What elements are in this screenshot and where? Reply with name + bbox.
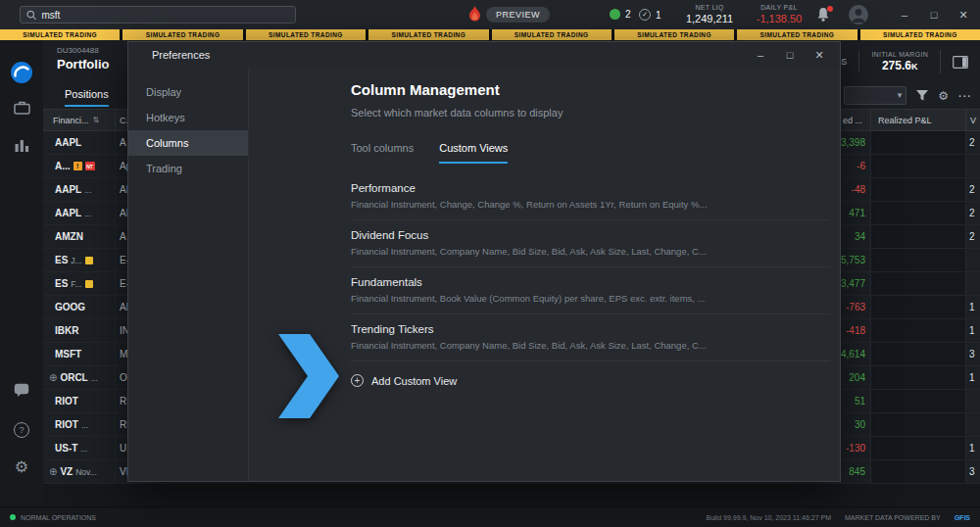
preview-button[interactable]: PREVIEW xyxy=(486,7,550,23)
user-avatar[interactable] xyxy=(849,5,868,24)
initial-margin-label: INITIAL MARGIN xyxy=(871,51,928,58)
notification-count-check[interactable]: ✓ 1 xyxy=(639,9,662,21)
market-data-powered-label: MARKET DATA POWERED BY xyxy=(845,514,941,521)
tab-positions[interactable]: Positions xyxy=(65,88,109,107)
custom-views-list: Performance Financial Instrument, Change… xyxy=(351,173,830,361)
simulated-trading-label: SIMULATED TRADING xyxy=(492,29,612,40)
notification-count-green[interactable]: 2 xyxy=(610,9,631,20)
view-item-fundamentals[interactable]: Fundamentals Financial Instrument, Book … xyxy=(351,267,830,314)
view-title: Fundamentals xyxy=(351,276,830,288)
top-bar: PREVIEW 2 ✓ 1 NET LIQ 1,249,211 DAILY P&… xyxy=(0,0,980,29)
value-cell xyxy=(965,413,980,436)
value-cell: 1 xyxy=(965,296,980,318)
value-cell: 1 xyxy=(965,366,980,389)
check-circle-icon: ✓ xyxy=(639,9,651,21)
table-bottom-filler xyxy=(43,484,980,506)
symbol-detail: ... xyxy=(84,209,91,218)
app-logo-icon[interactable] xyxy=(0,62,43,83)
initial-margin-suffix: K xyxy=(911,62,918,72)
search-input[interactable] xyxy=(41,10,289,21)
symbol: AAPL xyxy=(55,208,81,218)
dialog-close-button[interactable]: ✕ xyxy=(805,42,834,68)
notifications-bell-icon[interactable] xyxy=(816,7,832,23)
contract-flag-icon xyxy=(85,257,93,264)
value-cell xyxy=(965,272,980,295)
view-item-performance[interactable]: Performance Financial Instrument, Change… xyxy=(351,173,830,220)
simulated-trading-label: SIMULATED TRADING xyxy=(860,29,980,40)
search-box[interactable] xyxy=(20,6,296,24)
search-icon xyxy=(26,10,36,21)
symbol-detail: Nov... xyxy=(75,467,97,477)
realized-pnl-cell xyxy=(870,460,965,483)
header-value[interactable]: V xyxy=(965,110,980,130)
more-options-icon[interactable]: ··· xyxy=(958,90,972,102)
view-item-trending-tickers[interactable]: Trending Tickers Financial Instrument, C… xyxy=(351,314,830,361)
nav-item-trading[interactable]: Trading xyxy=(128,156,248,181)
filter-icon[interactable] xyxy=(916,90,928,101)
simulated-trading-banner: SIMULATED TRADING SIMULATED TRADING SIMU… xyxy=(0,29,980,40)
view-title: Trending Tickers xyxy=(351,323,830,335)
symbol: MSFT xyxy=(55,349,81,359)
green-status-icon xyxy=(610,9,620,20)
charts-icon[interactable] xyxy=(0,138,43,152)
header-realized-pnl[interactable]: Realized P&L xyxy=(870,110,965,130)
portfolio-icon[interactable] xyxy=(0,101,43,115)
simulated-trading-label: SIMULATED TRADING xyxy=(737,29,857,40)
content-subheading: Select which market data columns to disp… xyxy=(351,107,830,119)
add-custom-view-label: Add Custom View xyxy=(371,375,457,387)
tab-custom-views[interactable]: Custom Views xyxy=(439,142,508,164)
view-title: Performance xyxy=(351,182,830,194)
symbol-detail: ... xyxy=(91,373,98,383)
nav-item-hotkeys[interactable]: Hotkeys xyxy=(128,105,248,130)
expand-row-icon[interactable]: ⊕ xyxy=(49,372,57,383)
preferences-dialog: Preferences – □ ✕ Display Hotkeys Column… xyxy=(127,41,841,482)
table-controls: ▾ ⚙ ··· xyxy=(844,86,972,105)
header-instrument[interactable]: Financi... ⇅ xyxy=(43,110,116,130)
daily-pnl-block: DAILY P&L -1,138.50 xyxy=(747,4,811,24)
nav-item-columns[interactable]: Columns xyxy=(128,130,248,156)
realized-pnl-cell xyxy=(870,178,965,201)
view-dropdown[interactable]: ▾ xyxy=(844,86,906,105)
symbol-detail: ... xyxy=(80,444,87,454)
notification-dot-icon xyxy=(827,6,833,12)
pointer-arrow-annotation xyxy=(278,334,339,422)
broker-flame-logo-icon xyxy=(468,6,481,26)
tab-tool-columns[interactable]: Tool columns xyxy=(351,142,414,164)
settings-gear-icon[interactable]: ⚙ xyxy=(0,459,43,475)
realized-pnl-cell xyxy=(870,249,965,271)
value-cell: 2 xyxy=(965,225,980,248)
realized-pnl-cell xyxy=(870,272,965,295)
chat-icon[interactable] xyxy=(0,383,43,398)
help-icon[interactable]: ? xyxy=(0,422,43,438)
simulated-trading-label: SIMULATED TRADING xyxy=(122,29,242,40)
dialog-minimize-button[interactable]: – xyxy=(746,42,775,68)
column-settings-gear-icon[interactable]: ⚙ xyxy=(938,89,949,103)
symbol-detail: ... xyxy=(84,185,91,195)
view-item-dividend-focus[interactable]: Dividend Focus Financial Instrument, Com… xyxy=(351,220,830,267)
nav-item-display[interactable]: Display xyxy=(128,79,248,105)
realized-pnl-cell xyxy=(870,131,965,154)
dialog-titlebar[interactable]: Preferences – □ ✕ xyxy=(128,42,840,68)
expand-row-icon[interactable]: ⊕ xyxy=(49,466,57,477)
panel-toggle-icon[interactable] xyxy=(940,50,980,73)
minimize-button[interactable]: – xyxy=(890,0,919,29)
realized-pnl-cell xyxy=(870,296,965,318)
dialog-maximize-button[interactable]: □ xyxy=(775,42,805,68)
build-info: Build 99.99.9, Nov 10, 2023 11:46:27 PM xyxy=(707,514,832,521)
status-text: NORMAL OPERATIONS xyxy=(21,514,96,521)
value-cell: 1 xyxy=(965,319,980,342)
warning-icon: ! xyxy=(74,162,82,170)
view-description: Financial Instrument, Change, Change %, … xyxy=(351,199,830,210)
symbol-detail: ... xyxy=(81,420,88,430)
add-custom-view-button[interactable]: + Add Custom View xyxy=(351,374,830,387)
realized-pnl-cell xyxy=(870,319,965,342)
realized-pnl-cell xyxy=(870,390,965,412)
close-button[interactable]: ✕ xyxy=(949,0,978,29)
contract-flag-icon xyxy=(85,280,93,288)
alert-badge-icon: NT xyxy=(85,162,95,170)
simulated-trading-label: SIMULATED TRADING xyxy=(614,29,734,40)
chevron-down-icon: ▾ xyxy=(898,90,903,100)
realized-pnl-cell xyxy=(870,202,965,224)
maximize-button[interactable]: □ xyxy=(919,0,949,29)
check-count: 1 xyxy=(656,10,662,21)
